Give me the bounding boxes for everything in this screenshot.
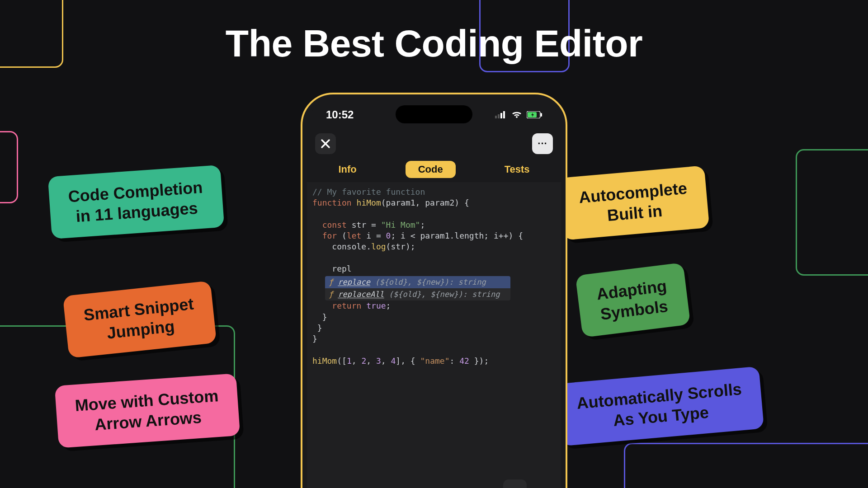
- decor-frame-green-r: [796, 149, 868, 276]
- kind-icon: ƒ: [329, 289, 333, 300]
- callout-arrow-keys: Move with Custom Arrow Arrows: [55, 373, 241, 448]
- arrow-up-button[interactable]: [503, 479, 527, 488]
- app-topbar: ···: [307, 131, 561, 157]
- tab-code[interactable]: Code: [406, 161, 456, 178]
- close-button[interactable]: [315, 133, 336, 154]
- typed-partial: repl: [312, 263, 556, 274]
- code-comment: // My favorite function: [312, 187, 425, 197]
- callout-autocomplete: Autocomplete Built in: [558, 165, 710, 240]
- autocomplete-item[interactable]: ƒ replace (${old}, ${new}): string: [325, 276, 510, 288]
- more-icon: ···: [538, 138, 547, 150]
- tab-bar: Info Code Tests: [307, 157, 561, 182]
- svg-rect-2: [500, 113, 502, 118]
- svg-rect-0: [495, 116, 497, 118]
- close-icon: [321, 139, 330, 149]
- page-title: The Best Coding Editor: [0, 22, 868, 66]
- kind-icon: ƒ: [329, 277, 333, 287]
- callout-adapting-symbols: Adapting Symbols: [575, 263, 690, 338]
- decor-frame-purple-br: [624, 443, 868, 488]
- wifi-icon: [511, 111, 522, 119]
- phone-frame: 10:52 ··· Info Code Tests: [301, 93, 567, 488]
- callout-autoscroll: Automatically Scrolls As You Type: [556, 366, 764, 446]
- battery-charging-icon: [527, 111, 542, 118]
- cellular-icon: [495, 111, 507, 118]
- tab-info[interactable]: Info: [326, 161, 369, 178]
- decor-frame-pink: [0, 131, 18, 203]
- status-time: 10:52: [326, 108, 354, 121]
- autocomplete-popup[interactable]: ƒ replace (${old}, ${new}): string ƒ rep…: [325, 276, 510, 300]
- status-bar: 10:52: [307, 99, 561, 131]
- code-editor[interactable]: // My favorite function function hiMom(p…: [307, 182, 561, 488]
- svg-rect-5: [541, 113, 542, 117]
- svg-rect-1: [498, 114, 500, 118]
- tab-tests[interactable]: Tests: [492, 161, 542, 178]
- more-button[interactable]: ···: [532, 133, 553, 154]
- svg-rect-3: [503, 111, 505, 118]
- arrow-pad: [476, 479, 554, 488]
- autocomplete-item[interactable]: ƒ replaceAll (${old}, ${new}): string: [325, 288, 510, 300]
- callout-code-completion: Code Completion in 11 languages: [48, 165, 225, 239]
